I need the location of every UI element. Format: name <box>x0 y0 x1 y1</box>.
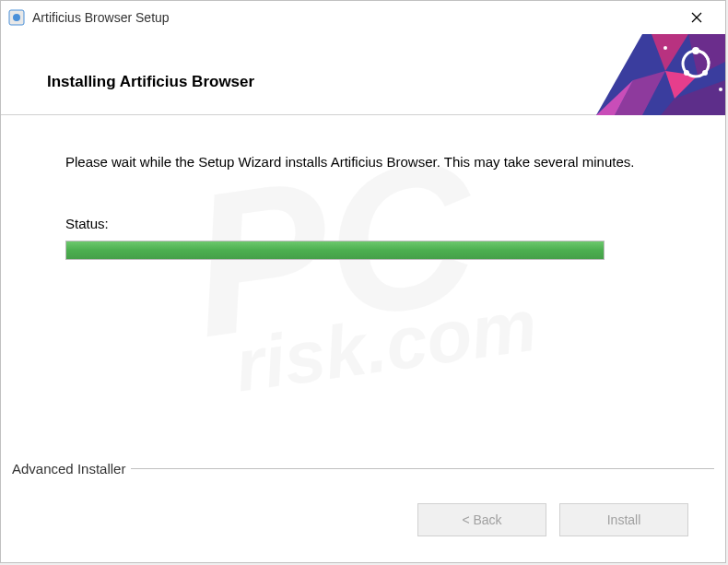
svg-point-13 <box>684 70 689 76</box>
installer-brand-row: Advanced Installer <box>12 461 714 477</box>
window-title: Artificius Browser Setup <box>32 10 675 25</box>
content-area: Please wait while the Setup Wizard insta… <box>1 115 725 278</box>
titlebar: Artificius Browser Setup <box>1 1 725 34</box>
instruction-text: Please wait while the Setup Wizard insta… <box>65 152 661 171</box>
watermark-domain: risk.com <box>230 282 543 408</box>
svg-point-14 <box>702 70 708 76</box>
footer: Advanced Installer < Back Install <box>1 461 725 562</box>
svg-point-16 <box>719 88 722 91</box>
svg-point-15 <box>663 46 667 50</box>
divider-line <box>131 468 714 469</box>
installer-window: Artificius Browser Setup Installing Arti… <box>0 0 726 563</box>
back-button[interactable]: < Back <box>417 503 546 536</box>
installer-brand: Advanced Installer <box>12 461 125 477</box>
header-banner: Installing Artificius Browser <box>1 34 725 115</box>
header-graphic <box>587 34 725 115</box>
svg-point-12 <box>692 47 699 54</box>
svg-point-1 <box>13 14 20 21</box>
progress-fill <box>66 241 604 259</box>
status-label: Status: <box>65 216 661 231</box>
progress-bar <box>65 241 605 260</box>
page-title: Installing Artificius Browser <box>47 73 254 91</box>
app-icon <box>8 9 25 26</box>
install-button[interactable]: Install <box>559 503 688 536</box>
button-row: < Back Install <box>417 503 688 536</box>
close-button[interactable] <box>675 3 718 32</box>
